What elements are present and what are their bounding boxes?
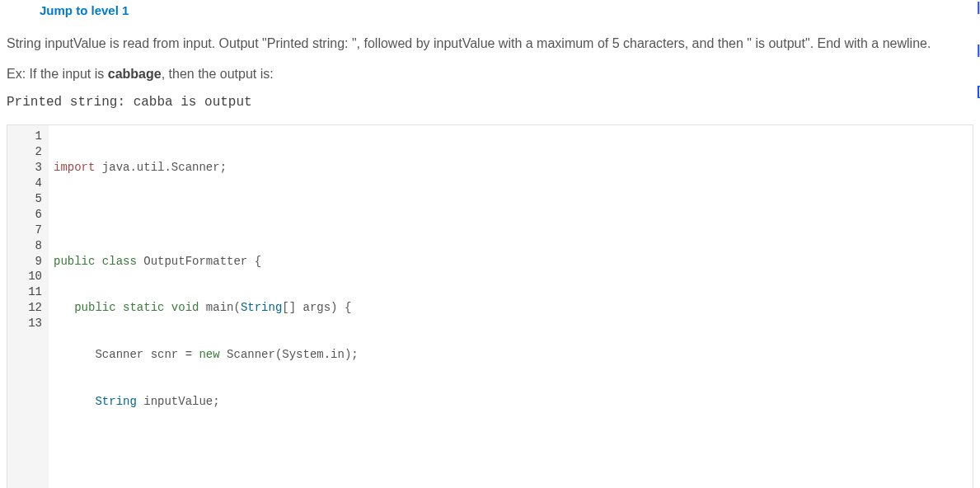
line-number: 12 <box>7 300 42 316</box>
line-number: 7 <box>7 223 42 238</box>
code-text: Scanner(System.in); <box>220 348 359 361</box>
type-string: String <box>95 395 136 408</box>
code-text: main( <box>199 301 240 314</box>
code-content[interactable]: import java.util.Scanner; public class O… <box>49 125 973 488</box>
code-pad <box>54 395 95 408</box>
line-number: 13 <box>7 316 42 331</box>
jump-to-level-link[interactable]: Jump to level 1 <box>7 0 973 34</box>
code-pad <box>54 301 74 314</box>
code-line[interactable]: String inputValue; <box>49 394 973 410</box>
line-number: 6 <box>7 207 42 223</box>
keyword-public: public <box>54 255 95 268</box>
code-text: OutputFormatter { <box>137 255 261 268</box>
line-number: 3 <box>7 160 42 176</box>
line-number: 8 <box>7 238 42 254</box>
line-number: 4 <box>7 176 42 191</box>
example-input: cabbage <box>108 67 162 81</box>
keyword-import: import <box>54 161 95 174</box>
problem-description: String inputValue is read from input. Ou… <box>7 34 973 53</box>
keyword-void: void <box>164 301 199 314</box>
example-suffix: , then the output is: <box>162 67 274 81</box>
challenge-panel: Jump to level 1 String inputValue is rea… <box>0 0 980 488</box>
line-number: 2 <box>7 144 42 160</box>
keyword-static: static <box>116 301 165 314</box>
code-line[interactable]: import java.util.Scanner; <box>49 160 973 176</box>
line-number: 10 <box>7 269 42 284</box>
line-number: 11 <box>7 284 42 300</box>
line-number-gutter: 1 2 3 4 5 6 7 8 9 10 11 12 13 <box>7 125 49 488</box>
example-prefix: Ex: If the input is <box>7 67 108 81</box>
prompt-line-1: String inputValue is read from input. Ou… <box>7 36 743 50</box>
line-number: 1 <box>7 129 42 144</box>
code-pad <box>54 348 95 361</box>
code-line[interactable] <box>49 207 973 223</box>
prompt-line-2: " is output". End with a newline. <box>747 36 931 50</box>
example-output: Printed string: cabba is output <box>7 95 973 110</box>
code-text: [] args) { <box>282 301 351 314</box>
code-text: inputValue; <box>137 395 220 408</box>
line-number: 9 <box>7 254 42 270</box>
side-mark-icon: [ <box>977 84 980 100</box>
keyword-class: class <box>95 255 136 268</box>
code-line[interactable]: public class OutputFormatter { <box>49 254 973 270</box>
side-mark-icon: | <box>977 43 980 59</box>
code-text: java.util.Scanner; <box>95 161 227 174</box>
keyword-public: public <box>74 301 115 314</box>
example-description: Ex: If the input is cabbage, then the ou… <box>7 64 973 83</box>
type-string: String <box>241 301 282 314</box>
side-mark-icon: | <box>977 0 980 16</box>
keyword-new: new <box>199 348 219 361</box>
code-line[interactable] <box>49 440 973 456</box>
code-line[interactable]: public static void main(String[] args) { <box>49 300 973 316</box>
code-line[interactable]: Scanner scnr = new Scanner(System.in); <box>49 347 973 363</box>
code-text: Scanner scnr = <box>95 348 199 361</box>
code-editor[interactable]: 1 2 3 4 5 6 7 8 9 10 11 12 13 import jav… <box>7 124 973 488</box>
line-number: 5 <box>7 191 42 207</box>
